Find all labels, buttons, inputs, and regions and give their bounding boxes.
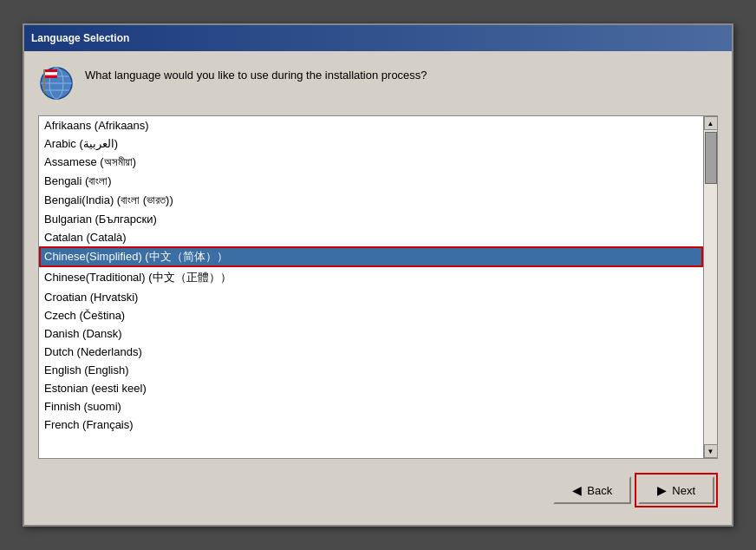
back-icon: ◀ [572, 483, 582, 497]
svg-rect-8 [45, 72, 57, 75]
language-list-container: Afrikaans (Afrikaans)Arabic (العربية)Ass… [38, 115, 718, 459]
flag-icon [38, 65, 75, 101]
question-text: What language would you like to use duri… [85, 65, 427, 84]
list-item[interactable]: Arabic (العربية) [39, 134, 703, 153]
list-item[interactable]: English (English) [39, 361, 703, 379]
list-item[interactable]: Catalan (Català) [39, 228, 703, 246]
list-item[interactable]: French (Français) [39, 416, 703, 434]
list-item[interactable]: Estonian (eesti keel) [39, 379, 703, 397]
question-row: What language would you like to use duri… [38, 65, 718, 101]
button-row: ◀ Back ▶ Next [38, 469, 718, 511]
language-selection-dialog: Language Selection What language would y… [23, 23, 733, 527]
list-item[interactable]: Assamese (অসমীয়া) [39, 153, 703, 172]
scrollbar-thumb-area [704, 130, 717, 444]
list-item[interactable]: Finnish (suomi) [39, 397, 703, 416]
list-item[interactable]: Afrikaans (Afrikaans) [39, 116, 703, 134]
list-item[interactable]: Bulgarian (Български) [39, 210, 703, 228]
back-button[interactable]: ◀ Back [553, 476, 631, 504]
list-item[interactable]: Danish (Dansk) [39, 324, 703, 343]
content-area: What language would you like to use duri… [24, 51, 732, 525]
list-item[interactable]: Bengali (বাংলা) [39, 172, 703, 191]
language-list[interactable]: Afrikaans (Afrikaans)Arabic (العربية)Ass… [39, 116, 703, 458]
next-button[interactable]: ▶ Next [638, 476, 714, 504]
list-item[interactable]: Croatian (Hrvatski) [39, 288, 703, 306]
list-item[interactable]: Chinese(Simplified) (中文（简体）） [39, 246, 703, 267]
scrollbar-down-button[interactable]: ▼ [704, 444, 718, 458]
scrollbar-track: ▲ ▼ [703, 116, 717, 458]
title-bar: Language Selection [24, 25, 732, 51]
svg-rect-9 [45, 75, 57, 78]
scrollbar-up-button[interactable]: ▲ [704, 116, 718, 130]
list-item[interactable]: Chinese(Traditional) (中文（正體）） [39, 267, 703, 288]
list-item[interactable]: Bengali(India) (বাংলা (ভারত)) [39, 191, 703, 210]
title-bar-text: Language Selection [31, 32, 129, 44]
svg-rect-5 [43, 69, 45, 92]
scrollbar-thumb[interactable] [705, 132, 717, 184]
list-item[interactable]: Czech (Čeština) [39, 306, 703, 324]
back-label: Back [587, 484, 612, 497]
next-label: Next [672, 484, 695, 497]
svg-rect-7 [45, 69, 57, 72]
next-icon: ▶ [657, 483, 667, 497]
list-item[interactable]: Dutch (Nederlands) [39, 343, 703, 361]
